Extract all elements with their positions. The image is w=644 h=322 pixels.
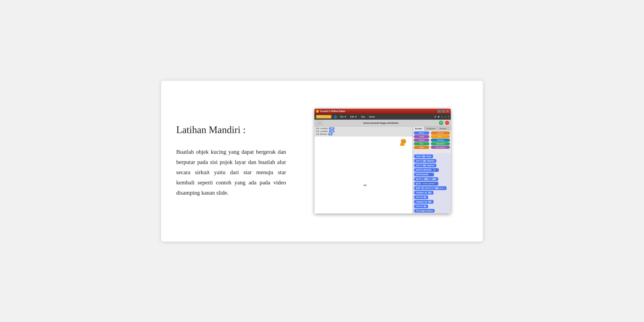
menu-bar: SCRATCH 🌐 File ▼ Edit ▼ Tips About ⬇ ✚ ⤡… [314,114,451,120]
x-label: Cat: x position [316,128,328,130]
tab-costumes[interactable]: Costumes [424,126,438,130]
pencil-cursor: ✎ [362,183,368,188]
left-panel: Latihan Mandiri : Buatlah objek kucing y… [176,124,286,198]
category-looks[interactable]: Looks [414,135,429,138]
block-change-y[interactable]: change y by 10 [414,200,434,204]
about-menu[interactable]: About [368,115,376,118]
y-value: 140 [329,130,334,132]
block-point-towards[interactable]: point towards ▾ [414,173,434,176]
block-if-on-edge[interactable]: if on edge, bounce [414,209,435,212]
thumbnail-area: v432 [316,120,323,126]
slide-title: Latihan Mandiri : [176,124,286,135]
help-icon[interactable]: ? [448,115,449,118]
zoom-controls: 🔍+ = 🔍- [414,213,450,214]
blocks-area: move 10 steps turn ↺ 15 degrees turn ↻ 1… [413,153,451,214]
stop-button[interactable] [445,121,449,125]
y-label: Cat: y position [316,130,328,132]
direction-row: Cat: direction 90 [316,133,411,135]
resize-icon[interactable]: ⤡ [441,115,443,118]
x-value: 200 [329,127,334,130]
category-operators[interactable]: Operators [431,142,450,146]
block-set-x[interactable]: set x to 0 [414,195,428,199]
block-turn-left[interactable]: turn ↺ 15 degrees [414,159,436,163]
slide-body: Buatlah objek kucing yang dapat bergerak… [176,147,286,198]
category-events[interactable]: Events [431,131,450,134]
dir-label: Cat: direction [316,133,327,135]
block-turn-right[interactable]: turn ↻ 15 degrees [414,164,436,167]
svg-point-9 [403,142,404,142]
toolbar-icons: ⬇ ✚ ⤡ ⤢ ? [434,115,449,118]
tab-scripts[interactable]: Scripts [413,126,424,130]
dir-value: 90 [328,133,332,135]
y-position-row: Cat: y position 140 [316,130,411,132]
block-move[interactable]: move 10 steps [414,154,433,158]
main-content: Cat: x position 200 Cat: y position 140 … [314,126,451,214]
x-position-row: Cat: x position 200 [316,127,411,130]
scratch-window: S Scratch 2 Offline Editor — □ ✕ SCRATCH… [314,109,451,214]
globe-icon[interactable]: 🌐 [334,115,337,118]
scratch-logo: SCRATCH [316,115,332,118]
categories-left: Motion Looks Sound Pen Data [413,130,430,153]
block-go-to-pointer[interactable]: go to mouse-pointer ▾ [414,182,438,186]
slide-container: Latihan Mandiri : Buatlah objek kucing y… [161,81,483,242]
svg-point-7 [402,140,403,141]
maximize-button[interactable]: □ [442,110,445,113]
window-title: Scratch 2 Offline Editor [320,110,345,113]
categories-right: Events Con... Sensing Operators More Blo… [430,130,451,153]
right-panel: S Scratch 2 Offline Editor — □ ✕ SCRATCH… [298,109,468,214]
close-button[interactable]: ✕ [446,110,449,113]
plus-icon[interactable]: ✚ [438,115,440,118]
categories-area: Motion Looks Sound Pen Data Events Con..… [413,130,451,153]
category-sensing[interactable]: Sensing [431,138,450,142]
scripts-tabs: Scripts Costumes Sounds [413,126,451,130]
category-pen[interactable]: Pen [414,142,429,146]
block-point-direction[interactable]: point in direction 90▾ [414,168,439,172]
cat-sprite-display [398,138,407,146]
stage-canvas[interactable]: ✎ [314,136,413,214]
block-go-to-xy[interactable]: go to x: 200 y: 140 [414,177,438,181]
title-bar-left: S Scratch 2 Offline Editor [316,110,345,113]
category-data[interactable]: Data [414,146,429,149]
green-flag-button[interactable]: ⚑ [439,121,443,125]
scripts-panel: Scripts Costumes Sounds Motion Looks Sou… [413,126,451,214]
edit-menu[interactable]: Edit ▼ [350,115,358,118]
block-change-x[interactable]: change x by 10 [414,191,434,194]
cat-svg [398,138,407,146]
minimize-button[interactable]: — [438,110,441,113]
file-menu[interactable]: File ▼ [339,115,347,118]
project-name[interactable]: move-around-stage-clockwise [325,122,437,124]
window-controls: — □ ✕ [438,110,449,113]
category-more-blocks[interactable]: More Blocks [431,146,450,149]
svg-point-8 [404,140,405,141]
block-set-y[interactable]: set y to 0 [414,204,428,208]
category-control[interactable]: Con... [431,135,450,138]
stage-column: Cat: x position 200 Cat: y position 140 … [314,126,413,214]
stage-info: Cat: x position 200 Cat: y position 140 … [314,126,413,136]
title-bar: S Scratch 2 Offline Editor — □ ✕ [314,109,451,114]
tips-menu[interactable]: Tips [360,115,366,118]
toolbar: v432 move-around-stage-clockwise ⚑ [314,120,451,126]
stage-area: Cat: x position 200 Cat: y position 140 … [314,126,413,214]
fullscreen-icon[interactable]: ⤢ [444,115,446,118]
category-motion[interactable]: Motion [414,131,429,134]
block-glide[interactable]: glide 1 secs to x: 200 y: 1... [414,186,446,190]
tab-sounds[interactable]: Sounds [438,126,448,130]
category-sound[interactable]: Sound [414,138,429,142]
scratch-icon: S [316,110,319,113]
download-icon[interactable]: ⬇ [434,115,436,118]
